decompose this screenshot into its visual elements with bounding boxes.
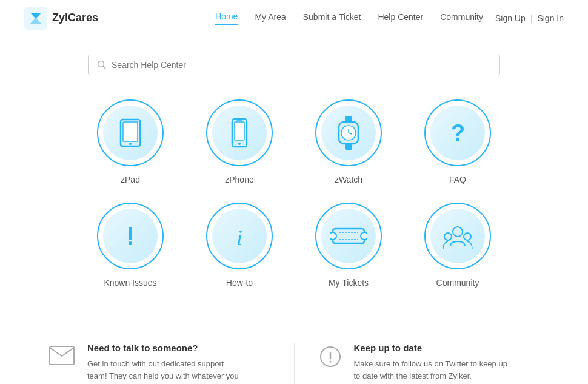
svg-line-2 [104,67,106,69]
main-nav: Home My Area Submit a Ticket Help Center… [215,12,483,25]
svg-rect-19 [333,229,364,243]
footer-desc-1: Get in touch with out dedicated support … [87,358,246,384]
info-icon: i [224,221,255,251]
footer-content-2: Keep up to date Make sure to follow us o… [354,343,516,382]
phone-icon [230,117,249,149]
svg-point-20 [330,232,336,240]
footer: Need to talk to someone? Get in touch wi… [0,318,588,384]
footer-desc-2: Make sure to follow us on Twitter to kee… [354,358,516,382]
svg-text:i: i [236,226,242,250]
signin-link[interactable]: Sign In [537,13,564,23]
svg-point-26 [464,233,471,240]
icon-label-zpad: zPad [121,175,140,184]
footer-envelope-icon-wrap [48,345,75,368]
logo-icon [24,7,47,30]
header: ZylCares Home My Area Submit a Ticket He… [0,0,588,36]
community-icon [439,220,476,252]
footer-col-2: Keep up to date Make sure to follow us o… [319,343,540,384]
auth-divider: | [530,13,533,23]
icon-label-zphone: zPhone [225,175,253,184]
footer-alert-icon-wrap [319,345,342,371]
icon-known-issues[interactable]: ! Known Issues [100,203,161,288]
icon-zwatch[interactable]: zWatch [318,99,379,184]
svg-point-24 [453,227,463,237]
icon-zpad[interactable]: zPad [100,99,161,184]
icon-faq[interactable]: ? FAQ [427,99,488,184]
icon-label-my-tickets: My Tickets [329,278,369,288]
icons-section: zPad zPhone [0,87,588,300]
watch-icon [335,116,362,150]
svg-point-25 [444,233,452,240]
nav-help-center[interactable]: Help Center [378,12,423,24]
footer-divider [294,343,295,384]
search-icon [97,60,107,70]
svg-rect-11 [345,144,352,150]
icon-label-faq: FAQ [449,175,466,184]
icon-label-how-to: How-to [226,278,253,288]
icons-row-1: zPad zPhone [100,99,488,184]
nav-submit-ticket[interactable]: Submit a Ticket [303,12,361,24]
logo-area: ZylCares [24,7,98,30]
icon-how-to[interactable]: i How-to [209,203,270,288]
question-icon: ? [443,118,473,148]
nav-my-area[interactable]: My Area [255,12,286,24]
svg-text:!: ! [126,222,135,251]
ticket-icon [330,224,367,248]
signup-link[interactable]: Sign Up [495,13,526,23]
icon-label-community: Community [436,278,479,288]
tablet-icon [116,117,145,149]
svg-point-30 [329,361,331,363]
icons-row-2: ! Known Issues i How-to [100,203,488,288]
svg-rect-10 [345,116,352,122]
icon-my-tickets[interactable]: My Tickets [318,203,379,288]
search-input[interactable] [112,60,491,70]
icon-label-known-issues: Known Issues [104,278,156,288]
alert-icon [319,345,342,368]
svg-point-21 [361,232,367,240]
footer-col-1: Need to talk to someone? Get in touch wi… [48,343,270,384]
search-section [0,36,588,87]
footer-title-1: Need to talk to someone? [87,343,246,353]
envelope-icon [48,345,75,366]
logo-text: ZylCares [52,12,98,24]
svg-text:?: ? [451,120,465,146]
icon-zphone[interactable]: zPhone [209,99,270,184]
icon-community[interactable]: Community [427,203,488,288]
auth-area: Sign Up | Sign In [495,13,564,23]
nav-home[interactable]: Home [215,12,238,25]
svg-rect-4 [123,122,138,141]
exclamation-icon: ! [115,221,145,251]
nav-community[interactable]: Community [440,12,483,24]
footer-title-2: Keep up to date [354,343,516,353]
svg-point-8 [238,143,241,145]
icon-label-zwatch: zWatch [335,175,362,184]
svg-point-5 [129,143,132,145]
svg-rect-7 [235,122,244,140]
search-box [88,55,500,75]
footer-content-1: Need to talk to someone? Get in touch wi… [87,343,246,384]
